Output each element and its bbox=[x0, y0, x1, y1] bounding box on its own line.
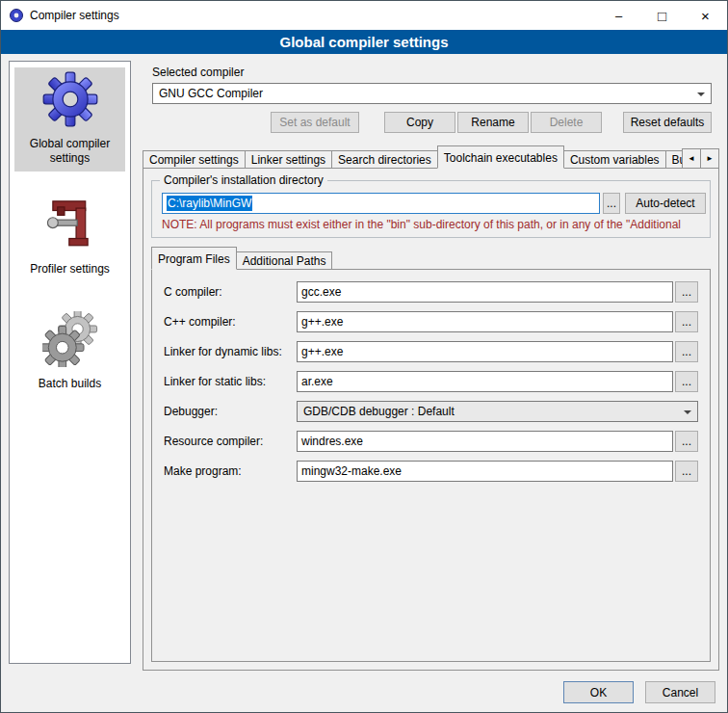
sidebar-item-batch-builds[interactable]: Batch builds bbox=[14, 307, 125, 397]
dropdown-arrow-icon bbox=[679, 403, 696, 420]
tab-linker-settings[interactable]: Linker settings bbox=[245, 150, 332, 169]
field-label: Resource compiler: bbox=[164, 435, 297, 448]
c-compiler-input[interactable]: gcc.exe bbox=[297, 281, 673, 303]
field-row-make-program: Make program: mingw32-make.exe ... bbox=[164, 461, 698, 482]
browse-button[interactable]: ... bbox=[675, 341, 698, 362]
browse-button[interactable]: ... bbox=[675, 431, 698, 452]
ok-button[interactable]: OK bbox=[563, 681, 634, 703]
resource-compiler-input[interactable]: windres.exe bbox=[297, 431, 673, 452]
field-row-cpp-compiler: C++ compiler: g++.exe ... bbox=[164, 311, 698, 332]
selected-compiler-select[interactable]: GNU GCC Compiler bbox=[152, 83, 712, 104]
sidebar-item-label: Global compiler settings bbox=[16, 137, 123, 166]
browse-button[interactable]: ... bbox=[675, 371, 698, 392]
sidebar-item-label: Profiler settings bbox=[16, 262, 123, 277]
debugger-select[interactable]: GDB/CDB debugger : Default bbox=[297, 401, 698, 422]
program-files-panel: C compiler: gcc.exe ... C++ compiler: g+… bbox=[151, 269, 711, 662]
tab-additional-paths[interactable]: Additional Paths bbox=[236, 251, 333, 270]
field-label: C++ compiler: bbox=[164, 315, 297, 329]
app-icon bbox=[9, 8, 24, 23]
field-row-c-compiler: C compiler: gcc.exe ... bbox=[164, 281, 698, 303]
page-title: Global compiler settings bbox=[1, 30, 727, 54]
field-row-debugger: Debugger: GDB/CDB debugger : Default bbox=[164, 401, 698, 422]
tab-search-directories[interactable]: Search directories bbox=[331, 150, 438, 169]
browse-button[interactable]: ... bbox=[675, 461, 698, 482]
field-label: C compiler: bbox=[164, 285, 297, 299]
tab-custom-variables[interactable]: Custom variables bbox=[563, 150, 666, 169]
toolchain-executables-panel: Compiler's installation directory C:\ray… bbox=[143, 168, 719, 671]
field-label: Debugger: bbox=[164, 405, 297, 418]
tab-scroll-left-icon[interactable]: ◄ bbox=[682, 148, 701, 169]
close-button[interactable]: × bbox=[684, 1, 727, 30]
profiler-clamp-icon bbox=[16, 197, 123, 256]
sidebar-item-label: Batch builds bbox=[16, 377, 123, 391]
field-label: Linker for static libs: bbox=[164, 375, 297, 388]
auto-detect-button[interactable]: Auto-detect bbox=[625, 193, 706, 214]
dropdown-arrow-icon bbox=[692, 85, 710, 102]
install-note: NOTE: All programs must exist either in … bbox=[162, 218, 700, 231]
install-dir-value: C:\raylib\MinGW bbox=[167, 196, 252, 211]
field-row-linker-static: Linker for static libs: ar.exe ... bbox=[164, 371, 698, 392]
compiler-settings-dialog: Compiler settings – □ × Global compiler … bbox=[0, 0, 728, 713]
installation-directory-group: Compiler's installation directory C:\ray… bbox=[151, 180, 711, 238]
linker-static-input[interactable]: ar.exe bbox=[297, 371, 673, 392]
minimize-button[interactable]: – bbox=[597, 1, 640, 30]
cpp-compiler-input[interactable]: g++.exe bbox=[297, 311, 673, 332]
settings-tabstrip: Compiler settings Linker settings Search… bbox=[143, 145, 719, 169]
set-as-default-button: Set as default bbox=[271, 112, 359, 133]
install-dir-browse-button[interactable]: ... bbox=[603, 193, 620, 214]
rename-button[interactable]: Rename bbox=[457, 112, 529, 133]
titlebar: Compiler settings – □ × bbox=[1, 1, 727, 30]
sidebar-item-profiler-settings[interactable]: Profiler settings bbox=[14, 193, 125, 282]
main-panel: Selected compiler GNU GCC Compiler Set a… bbox=[141, 61, 719, 671]
browse-button[interactable]: ... bbox=[675, 281, 698, 303]
sidebar-item-global-compiler-settings[interactable]: Global compiler settings bbox=[14, 67, 125, 172]
browse-button[interactable]: ... bbox=[675, 311, 698, 332]
field-label: Linker for dynamic libs: bbox=[164, 345, 297, 358]
field-row-linker-dynamic: Linker for dynamic libs: g++.exe ... bbox=[164, 341, 698, 362]
field-label: Make program: bbox=[164, 464, 297, 478]
delete-button: Delete bbox=[531, 112, 602, 133]
group-title: Compiler's installation directory bbox=[160, 173, 327, 187]
make-program-input[interactable]: mingw32-make.exe bbox=[297, 461, 673, 482]
copy-button[interactable]: Copy bbox=[384, 112, 455, 133]
cancel-button[interactable]: Cancel bbox=[645, 681, 715, 703]
window-title: Compiler settings bbox=[30, 9, 119, 22]
tab-toolchain-executables[interactable]: Toolchain executables bbox=[437, 145, 564, 169]
program-files-tabstrip: Program Files Additional Paths bbox=[151, 248, 718, 270]
linker-dynamic-input[interactable]: g++.exe bbox=[297, 341, 673, 362]
maximize-button[interactable]: □ bbox=[640, 1, 684, 30]
settings-sidebar: Global compiler settings Profiler settin… bbox=[9, 61, 131, 664]
tab-scroll-right-icon[interactable]: ► bbox=[700, 148, 719, 169]
selected-compiler-value: GNU GCC Compiler bbox=[159, 87, 263, 100]
gray-gears-icon bbox=[16, 311, 123, 371]
install-dir-input[interactable]: C:\raylib\MinGW bbox=[162, 193, 600, 214]
tab-compiler-settings[interactable]: Compiler settings bbox=[143, 150, 246, 169]
blue-gear-icon bbox=[16, 71, 123, 131]
tab-program-files[interactable]: Program Files bbox=[151, 247, 237, 270]
compiler-buttons-row: Set as default Copy Rename Delete Reset … bbox=[152, 112, 712, 133]
reset-defaults-button[interactable]: Reset defaults bbox=[623, 112, 712, 133]
field-row-resource-compiler: Resource compiler: windres.exe ... bbox=[164, 431, 698, 452]
selected-compiler-label: Selected compiler bbox=[152, 66, 719, 79]
